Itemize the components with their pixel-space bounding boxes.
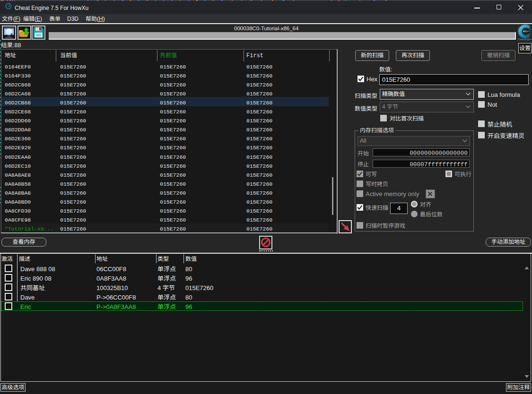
- svg-text:Cheat Engine: Cheat Engine: [518, 38, 532, 41]
